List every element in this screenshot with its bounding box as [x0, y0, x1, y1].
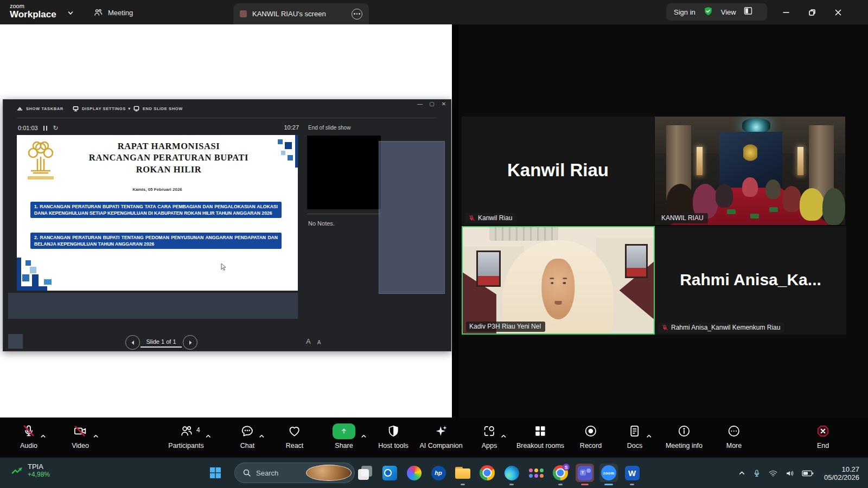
participant-display-name: Kanwil Riau [462, 160, 654, 181]
share-options-chevron[interactable] [361, 432, 367, 441]
taskbar-app-outlook[interactable] [380, 464, 399, 482]
restart-timer-icon[interactable]: ↻ [53, 124, 58, 132]
tab-meeting[interactable]: Meeting [93, 5, 133, 20]
menu-end-slide-show[interactable]: END SLIDE SHOW [133, 106, 183, 112]
tray-mic-icon[interactable] [752, 469, 761, 478]
taskbar-clock[interactable]: 10.27 05/02/2026 [824, 465, 859, 481]
minimize-button[interactable] [779, 5, 793, 20]
more-icon [727, 424, 741, 438]
tray-wifi-icon[interactable] [768, 468, 778, 478]
taskbar-app-photos[interactable] [405, 464, 423, 482]
taskbar-app-chrome[interactable] [478, 464, 496, 482]
record-button[interactable]: Record [580, 418, 602, 457]
previous-slide-button[interactable] [125, 335, 140, 350]
zoom-workplace-logo[interactable]: zoom Workplace [10, 3, 56, 20]
end-meeting-button[interactable]: End [816, 418, 830, 457]
chevron-down-icon[interactable] [67, 9, 74, 18]
slideshow-timer: 0:01:03 [18, 125, 38, 131]
restore-button[interactable] [805, 5, 819, 20]
muted-mic-icon [468, 215, 475, 222]
ppt-close-icon[interactable]: ✕ [439, 101, 449, 107]
breakout-rooms-icon [533, 424, 547, 438]
docs-icon [628, 424, 642, 438]
share-button[interactable]: Share [333, 418, 355, 457]
chat-button[interactable]: Chat [240, 418, 254, 457]
layout-divider[interactable] [452, 24, 458, 418]
notes-font-increase-button[interactable]: A [306, 337, 311, 345]
participants-icon [179, 424, 193, 438]
display-icon [73, 106, 79, 112]
clock-date: 05/02/2026 [824, 473, 859, 481]
ppt-restore-icon[interactable]: ▢ [427, 101, 437, 107]
close-button[interactable] [831, 5, 845, 20]
notes-placeholder: No Notes. [308, 220, 335, 227]
search-highlight-image[interactable] [306, 465, 352, 481]
view-button[interactable]: View [721, 8, 736, 16]
video-button[interactable]: Video [72, 418, 89, 457]
taskbar-app-zoom[interactable]: zoom [599, 464, 618, 482]
more-button[interactable]: More [726, 418, 742, 457]
share-screen-icon [333, 423, 355, 439]
windows-taskbar: TPIA +4,98% Search hp S T zoom W [0, 457, 868, 488]
ppt-minimize-icon[interactable]: — [415, 101, 425, 107]
chat-options-chevron[interactable] [259, 432, 265, 441]
tray-chevron-icon[interactable] [738, 470, 745, 477]
tab-screen-share-label: KANWIL RIAU's screen [252, 10, 346, 18]
participants-button[interactable]: 4 Participants [168, 418, 203, 457]
menu-display-settings[interactable]: DISPLAY SETTINGS ▼ [73, 106, 132, 112]
apps-options-chevron[interactable] [501, 432, 507, 441]
menu-show-taskbar-label: SHOW TASKBAR [26, 106, 63, 111]
view-layout-icon[interactable] [744, 7, 752, 17]
tray-battery-icon[interactable] [802, 470, 814, 477]
video-options-chevron[interactable] [93, 432, 99, 441]
search-box[interactable]: Search [234, 463, 355, 483]
taskbar-app-hp[interactable]: hp [429, 464, 448, 482]
powerpoint-presenter-window: — ▢ ✕ SHOW TASKBAR DISPLAY SETTINGS ▼ EN… [3, 99, 451, 351]
mouse-cursor [220, 263, 227, 271]
apps-button[interactable]: Apps [482, 418, 497, 457]
slide-filmstrip [8, 293, 298, 319]
docs-options-chevron[interactable] [646, 432, 652, 441]
react-button[interactable]: React [286, 418, 304, 457]
host-tools-button[interactable]: Host tools [378, 418, 409, 457]
video-tile-active-speaker[interactable]: Kadiv P3H Riau Yeni Nel [462, 226, 655, 335]
next-slide-button[interactable] [183, 335, 197, 350]
people-icon [93, 8, 103, 17]
tab-screen-share[interactable]: KANWIL RIAU's screen [233, 3, 369, 24]
video-tile-rahmi-anisa[interactable]: Rahmi Anisa_Ka... Rahmi Anisa_Kanwil Kem… [655, 226, 846, 335]
breakout-rooms-button[interactable]: Breakout rooms [516, 418, 564, 457]
next-slide-preview [307, 136, 381, 209]
sign-in-button[interactable]: Sign in [674, 8, 695, 16]
audio-button[interactable]: Audio [20, 418, 37, 457]
end-of-slideshow-label: End of slide show [308, 125, 350, 131]
ai-companion-button[interactable]: AI Companion [419, 418, 462, 457]
video-tile-kanwil-riau-room[interactable]: KANWIL RIAU [655, 117, 845, 225]
slide-title: RAPAT HARMONISASI RANCANGAN PERATURAN BU… [60, 140, 277, 175]
taskbar-app-chrome-profile[interactable]: S [551, 464, 570, 482]
pause-timer-icon[interactable] [43, 126, 48, 131]
slide-mini-thumbnail[interactable] [8, 334, 23, 349]
taskbar-app-edge[interactable] [502, 464, 521, 482]
meeting-info-button[interactable]: Meeting info [666, 418, 703, 457]
taskbar-app-file-explorer[interactable] [454, 464, 472, 482]
search-icon [242, 468, 251, 477]
audio-options-chevron[interactable] [40, 432, 46, 441]
kemenkumham-logo [21, 139, 60, 184]
participants-options-chevron[interactable] [205, 432, 211, 441]
meeting-toolbar: Audio Video 4 Participants Chat [0, 418, 868, 457]
notes-font-decrease-button[interactable]: A [317, 339, 321, 345]
taskbar-app-word[interactable]: W [623, 464, 641, 482]
taskbar-app-task-view[interactable] [356, 464, 374, 482]
zoom-meeting-window: zoom Workplace Meeting KANWIL RIAU's scr… [0, 0, 868, 488]
titlebar: zoom Workplace Meeting KANWIL RIAU's scr… [0, 0, 868, 24]
video-tile-kanwil-riau[interactable]: Kanwil Riau Kanwil Riau [462, 117, 654, 225]
tray-speaker-icon[interactable] [785, 468, 795, 478]
taskbar-stock-widget[interactable]: TPIA +4,98% [11, 463, 50, 478]
taskbar-app-teams[interactable]: T [576, 464, 594, 482]
start-button[interactable] [209, 467, 221, 481]
taskbar-app-widgets[interactable] [527, 464, 545, 482]
docs-button[interactable]: Docs [627, 418, 642, 457]
menu-show-taskbar[interactable]: SHOW TASKBAR [17, 106, 63, 112]
tab-options-icon[interactable] [352, 9, 362, 20]
security-shield-icon[interactable] [703, 6, 713, 18]
